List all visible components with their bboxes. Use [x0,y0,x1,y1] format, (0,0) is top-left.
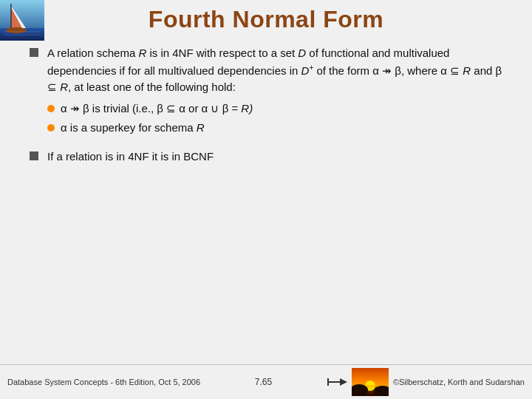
sub-bullet-text-2: α is a superkey for schema R [61,120,205,137]
svg-marker-9 [340,378,347,386]
sub-bullet-2: α is a superkey for schema R [47,120,502,137]
footer-copyright: ©Silberschatz, Korth and Sudarshan [327,368,525,396]
footer-citation: Database System Concepts - 6th Edition, … [7,378,200,386]
slide-header: Fourth Normal Form [0,0,532,36]
slide-content: A relation schema R is in 4NF with respe… [0,36,532,364]
circle-bullet-1 [47,105,55,112]
footer-page-number: 7.65 [255,377,272,387]
sailboat-image [0,0,44,41]
svg-point-5 [6,27,27,33]
circle-bullet-2 [47,124,55,132]
sub-bullet-1: α ↠ β is trivial (i.e., β ⊆ α or α ∪ β =… [47,100,502,117]
sunset-image [352,368,389,396]
bullet-square-2 [30,151,38,160]
slide-title: Fourth Normal Form [0,6,532,33]
bullet-square-1 [30,48,38,57]
slide-footer: Database System Concepts - 6th Edition, … [0,364,532,399]
arrow-icon [327,376,347,388]
sub-bullet-text-1: α ↠ β is trivial (i.e., β ⊆ α or α ∪ β =… [61,100,253,117]
main-bullet-2: If a relation is in 4NF it is in BCNF [30,149,502,166]
sub-bullets: α ↠ β is trivial (i.e., β ⊆ α or α ∪ β =… [47,100,502,137]
bullet-text-2: If a relation is in 4NF it is in BCNF [47,149,502,166]
slide: Fourth Normal Form A relation schema R i… [0,0,532,399]
footer-copyright-text: ©Silberschatz, Korth and Sudarshan [393,378,525,386]
main-bullet-1: A relation schema R is in 4NF with respe… [30,45,502,137]
bullet-text-1: A relation schema R is in 4NF with respe… [47,45,502,137]
